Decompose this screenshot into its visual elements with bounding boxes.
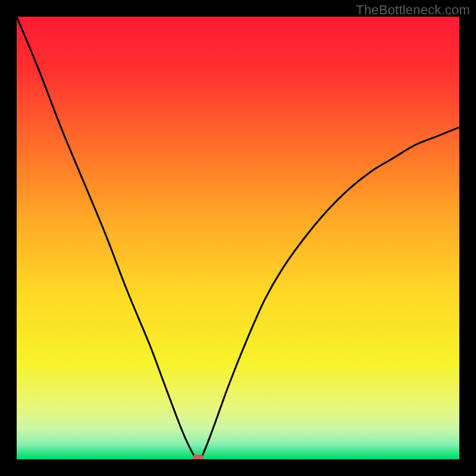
- plot-area: [17, 17, 459, 459]
- watermark-text: TheBottleneck.com: [356, 2, 470, 18]
- chart-svg: [17, 17, 459, 459]
- chart-frame: TheBottleneck.com: [0, 0, 476, 476]
- optimal-marker: [193, 455, 203, 459]
- gradient-background: [17, 17, 459, 459]
